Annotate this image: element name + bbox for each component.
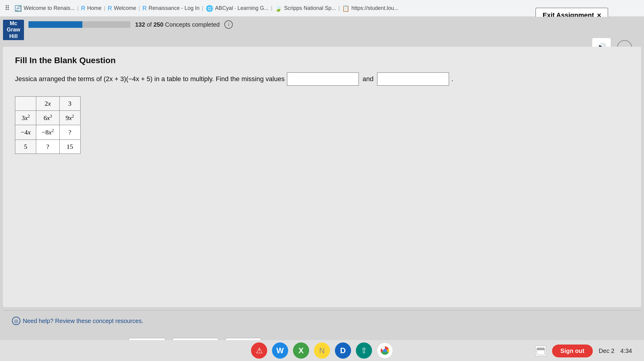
browser-tab-1[interactable]: 🔄 Welcome to Renais... xyxy=(14,5,75,12)
question-type-label: Fill In the Blank Question xyxy=(15,56,629,65)
table-cell-9x2: 9x2 xyxy=(59,111,80,125)
progress-area: 132 of 250 Concepts completed i xyxy=(28,20,584,29)
svg-point-1 xyxy=(383,349,387,352)
and-connector: and xyxy=(362,74,374,84)
sign-out-button[interactable]: Sign out xyxy=(552,345,593,357)
browser-tab-5[interactable]: 🌐 ABCyal · Learning G... xyxy=(206,5,269,12)
table-row: 3x2 6x3 9x2 xyxy=(15,111,81,125)
taskbar-icon-word2[interactable]: D xyxy=(335,342,351,359)
taskbar-right: Sign out Dec 2 4:34 xyxy=(535,345,632,357)
taskbar-icon-word[interactable]: W xyxy=(272,342,288,359)
progress-text: 132 of 250 Concepts completed xyxy=(135,21,220,28)
question-text: Jessica arranged the terms of (2x + 3)(−… xyxy=(15,72,629,86)
period: . xyxy=(451,74,453,84)
main-wrapper: Mc Graw Hill 132 of 250 Concepts complet… xyxy=(0,17,644,361)
table-cell-neg4x: −4x xyxy=(15,125,36,139)
taskbar-calendar-icon xyxy=(535,346,546,357)
taskbar-time: 4:34 xyxy=(620,348,632,354)
table-cell-15: 15 xyxy=(59,139,80,154)
mcgraw-hill-logo: Mc Graw Hill xyxy=(3,20,24,40)
help-link[interactable]: ◎ Need help? Review these concept resour… xyxy=(12,317,632,325)
help-circle-icon: ◎ xyxy=(12,317,20,325)
browser-tabs: ⠿ 🔄 Welcome to Renais... | R Home | R We… xyxy=(5,4,398,12)
taskbar: ⚠ W X N D ⇧ xyxy=(0,340,644,361)
table-cell-5: 5 xyxy=(15,139,36,154)
taskbar-icon-red[interactable]: ⚠ xyxy=(251,342,267,359)
taskbar-icon-chrome[interactable] xyxy=(377,342,393,359)
table-header-empty xyxy=(15,97,36,111)
table-row: −4x −8x2 ? xyxy=(15,125,81,139)
help-text: Need help? Review these concept resource… xyxy=(23,318,143,324)
svg-rect-3 xyxy=(537,348,545,350)
math-table: 2x 3 3x2 6x3 9x2 −4x −8x2 ? 5 ? xyxy=(15,96,81,154)
table-header-2x: 2x xyxy=(36,97,59,111)
answer-input-2[interactable] xyxy=(377,72,449,86)
table-header-3: 3 xyxy=(59,97,80,111)
info-icon[interactable]: i xyxy=(224,20,233,29)
question-text-before: Jessica arranged the terms of (2x + 3)(−… xyxy=(15,74,285,84)
tab-apps-icon[interactable]: ⠿ xyxy=(5,4,10,12)
table-cell-q1: ? xyxy=(59,125,80,139)
taskbar-icon-excel[interactable]: X xyxy=(293,342,309,359)
browser-tab-6[interactable]: 🍃 Scripps National Sp... xyxy=(275,5,336,12)
taskbar-icon-notes[interactable]: N xyxy=(314,342,330,359)
table-cell-6x3: 6x3 xyxy=(36,111,59,125)
table-row: 5 ? 15 xyxy=(15,139,81,154)
sign-out-label: Sign out xyxy=(560,348,584,354)
progress-bar-container xyxy=(28,21,130,28)
content-panel: Fill In the Blank Question Jessica arran… xyxy=(3,47,641,307)
answer-input-1[interactable] xyxy=(287,72,359,86)
progress-bar-fill xyxy=(28,21,82,28)
taskbar-icon-upload[interactable]: ⇧ xyxy=(356,342,372,359)
browser-tab-2[interactable]: R Home xyxy=(81,5,101,12)
table-cell-q2: ? xyxy=(36,139,59,154)
taskbar-date: Dec 2 xyxy=(599,348,614,354)
table-cell-neg8x2: −8x2 xyxy=(36,125,59,139)
table-cell-3x2: 3x2 xyxy=(15,111,36,125)
browser-tab-4[interactable]: R Renaissance - Log In xyxy=(142,5,199,12)
help-area: ◎ Need help? Review these concept resour… xyxy=(3,310,641,331)
browser-tab-3[interactable]: R Welcome xyxy=(108,5,136,12)
browser-tab-7[interactable]: 📋 https://student.lou... xyxy=(342,5,398,12)
